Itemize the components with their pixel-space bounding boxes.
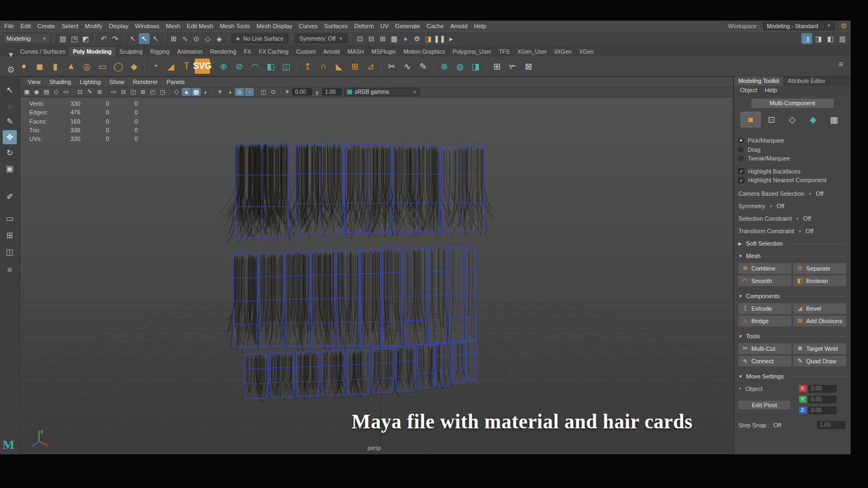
camera-based-selection-dropdown[interactable]: Camera Based Selection ▼ Off [738,188,846,200]
connect-shelf-icon[interactable]: ∿ [400,59,415,74]
menu-select[interactable]: Select [59,22,82,30]
panel-menu-shading[interactable]: Shading [45,78,75,86]
mesh-section-header[interactable]: ▼ Mesh [738,250,846,262]
lock-camera-icon[interactable]: ◉ [32,88,41,96]
menu-cache[interactable]: Cache [423,22,447,30]
edge-mode-icon[interactable]: ◇ [782,112,802,127]
object-mode-icon[interactable]: ■ [741,112,761,127]
radio-tweak-marquee[interactable]: Tweak/Marquee [738,154,846,163]
smooth-shelf-icon[interactable]: ◠ [247,59,263,74]
view-transform-selector[interactable]: sRGB gamma ▼ [344,88,420,96]
toggle-tool-settings-icon[interactable]: ◧ [825,33,836,44]
bevel-edge-icon[interactable]: ◣ [331,59,347,74]
grid-toggle-icon[interactable]: ⊞ [95,88,104,96]
menu-create[interactable]: Create [34,22,59,30]
exposure-field[interactable]: 0.00 [292,88,312,95]
select-camera-icon[interactable]: ▣ [22,88,31,96]
anti-alias-icon[interactable]: ◔ [245,88,254,96]
use-default-material-icon[interactable]: ◐ [201,88,210,96]
select-object-icon[interactable]: ↖ [127,33,138,44]
safe-title-icon[interactable]: ◳ [158,88,167,96]
shelf-tab-polygons-user[interactable]: Polygons_User [449,47,495,56]
two-d-pan-zoom-icon[interactable]: ⊡ [75,88,85,96]
shelf-tab-fx[interactable]: FX [240,47,255,56]
poly-cylinder-icon[interactable]: ▮ [48,59,63,74]
move-settings-header[interactable]: ▼ Move Settings [738,370,846,383]
quad-draw-button[interactable]: ✎Quad Draw [793,356,846,367]
poly-plane-icon[interactable]: ▭ [95,59,110,74]
workspace-settings-icon[interactable]: ⚙ [838,21,849,31]
shelf-tab-poly-modeling[interactable]: Poly Modeling [69,47,115,56]
step-snap-field[interactable]: 1.00 [817,421,845,429]
menu-mesh[interactable]: Mesh [162,22,183,30]
radio-drag[interactable]: Drag [738,145,846,155]
components-section-header[interactable]: ▼ Components [738,290,846,303]
gamma-icon[interactable]: γ [312,88,322,96]
snap-curve-icon[interactable]: ∿ [180,33,190,44]
symmetry-selector[interactable]: Symmetry: Off ▼ [295,34,348,43]
image-plane-icon[interactable]: ▭ [61,88,71,96]
shelf-tab-xgen-user[interactable]: XGen_User [513,47,551,56]
shelf-tab-switch-icon[interactable]: ▾ [3,47,18,62]
shadows-icon[interactable]: ◑ [225,88,234,96]
smooth-button[interactable]: ◠Smooth [738,275,792,286]
multi-component-button[interactable]: Multi-Component [751,99,834,108]
radio-pick-marquee[interactable]: Pick/Marquee [738,136,846,145]
gate-mask-icon[interactable]: ◫ [129,88,138,96]
render-settings-icon[interactable]: ⚙ [411,33,422,44]
face-mode-icon[interactable]: ◆ [803,112,824,127]
menu-set-selector[interactable]: Modeling ▼ [3,33,50,44]
workspace-selector[interactable]: Modeling - Standard ▼ [763,22,835,30]
shelf-tab-sculpting[interactable]: Sculpting [116,47,146,56]
lighting-icon[interactable]: ☀ [215,88,225,96]
toggle-modeling-toolkit-icon[interactable]: ◨ [801,33,812,44]
four-pane-layout-icon[interactable]: ⊞ [3,228,17,242]
menu-generate[interactable]: Generate [392,22,423,30]
translate-z-field[interactable]: 0.00 [808,407,837,414]
menu-uv[interactable]: UV [377,22,392,30]
menu-display[interactable]: Display [106,22,132,30]
slice-icon[interactable]: ⊠ [521,59,536,74]
shelf-tab-msplugin[interactable]: MSPlugin [368,47,400,56]
checkbox-highlight-backfaces[interactable]: ✓ Highlight Backfaces [738,167,846,176]
cut-faces-icon[interactable]: ✃ [505,59,520,74]
make-live-icon[interactable]: ◈ [214,33,225,44]
gamma-field[interactable]: 1.00 [322,88,342,95]
new-scene-icon[interactable]: ▤ [58,33,68,44]
ipr-render-icon[interactable]: ● [400,33,411,44]
select-component-icon[interactable]: ↖ [139,33,150,44]
live-surface-field[interactable]: ◈ No Live Surface [232,34,288,43]
mirror-shelf-icon[interactable]: ◫ [279,59,294,74]
select-hierarchy-icon[interactable]: ↖ [150,33,161,44]
select-tool-icon[interactable]: ↖ [3,83,17,97]
wedge-icon[interactable]: ⊿ [363,59,378,74]
translate-y-field[interactable]: 0.00 [808,396,837,403]
poly-cone-icon[interactable]: ▲ [63,59,79,74]
bevel-button[interactable]: ◢Bevel [793,303,846,314]
menu-surfaces[interactable]: Surfaces [321,22,351,30]
grease-pencil-icon[interactable]: ✎ [85,88,94,96]
toolkit-menu-help[interactable]: Help [761,86,781,94]
panel-menu-view[interactable]: View [23,78,45,86]
panel-menu-renderer[interactable]: Renderer [129,78,162,86]
combine-button[interactable]: ⊕Combine [738,263,792,274]
boolean-shelf-icon[interactable]: ◧ [263,59,278,74]
snap-point-icon[interactable]: ⊙ [191,33,202,44]
wireframe-mode-icon[interactable]: ◇ [172,88,181,96]
separate-button[interactable]: ⊘Separate [793,263,846,274]
camera-attributes-icon[interactable]: ▤ [42,88,51,96]
menu-arnold[interactable]: Arnold [447,22,471,30]
move-tool-icon[interactable]: ✥ [3,130,17,144]
combine-shelf-icon[interactable]: ⊕ [216,59,231,74]
poly-disc-icon[interactable]: ◯ [111,59,126,74]
bookmark-icon[interactable]: ◇ [52,88,61,96]
multi-cut-shelf-icon[interactable]: ✂ [384,59,399,74]
toolkit-menu-object[interactable]: Object [736,86,761,94]
toggle-attribute-editor-icon[interactable]: ◨ [813,33,824,44]
reduce-icon[interactable]: ◨ [468,59,483,74]
toggle-channel-box-icon[interactable]: ▥ [837,33,848,44]
rotate-tool-icon[interactable]: ↻ [3,146,17,160]
bridge-shelf-icon[interactable]: ∩ [316,59,331,74]
lattice-icon[interactable]: ⊞ [489,59,505,74]
shelf-gear-icon[interactable]: ⚙ [3,62,18,77]
